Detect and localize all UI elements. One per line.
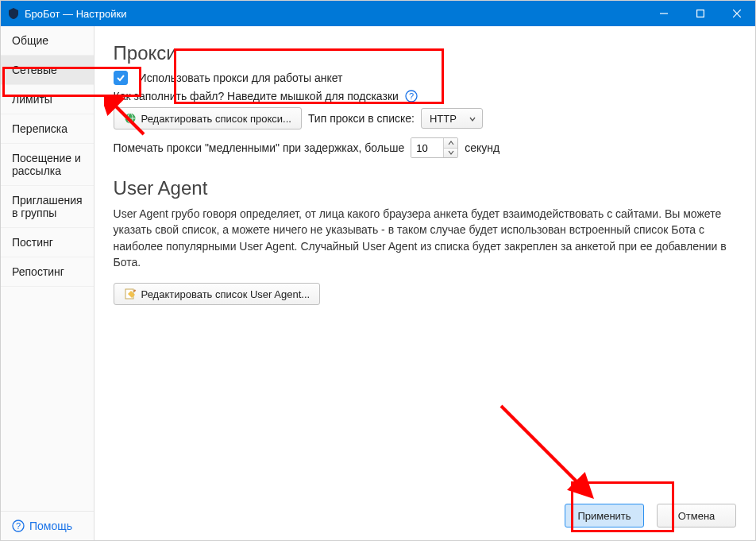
sidebar: Общие Сетевые Лимиты Переписка Посещение… xyxy=(1,26,94,540)
use-proxy-row: Использовать прокси для работы анкет xyxy=(114,71,736,85)
minimize-button[interactable] xyxy=(646,1,682,26)
slow-delay-input[interactable] xyxy=(411,138,443,157)
proxy-howto-text: Как заполнить файл? Наведите мышкой для … xyxy=(114,90,399,102)
globe-icon xyxy=(124,112,137,125)
proxy-heading: Прокси xyxy=(114,42,736,64)
help-label: Помощь xyxy=(29,520,72,532)
howto-row: Как заполнить файл? Наведите мышкой для … xyxy=(114,90,736,102)
help-link[interactable]: ? Помощь xyxy=(1,511,94,540)
edit-icon xyxy=(124,288,137,300)
edit-proxy-list-label: Редактировать список прокси... xyxy=(141,113,291,125)
slow-delay-spinner[interactable] xyxy=(411,137,458,158)
svg-rect-1 xyxy=(697,10,704,17)
proxy-type-value: HTTP xyxy=(430,113,457,125)
window-controls xyxy=(646,1,755,26)
svg-text:?: ? xyxy=(409,91,414,101)
use-proxy-label: Использовать прокси для работы анкет xyxy=(139,71,343,84)
apply-button[interactable]: Применить xyxy=(565,504,644,527)
help-icon: ? xyxy=(12,520,25,532)
sidebar-item-group-invites[interactable]: Приглашения в группы xyxy=(1,186,94,228)
useragent-description: User Agent грубо говоря определяет, от л… xyxy=(114,206,736,270)
content-pane: Прокси Использовать прокси для работы ан… xyxy=(94,26,755,540)
maximize-button[interactable] xyxy=(682,1,719,26)
sidebar-item-posting[interactable]: Постинг xyxy=(1,228,94,257)
cancel-button[interactable]: Отмена xyxy=(657,504,736,527)
sidebar-item-network[interactable]: Сетевые xyxy=(1,56,94,85)
sidebar-item-limits[interactable]: Лимиты xyxy=(1,85,94,114)
edit-proxy-list-button[interactable]: Редактировать список прокси... xyxy=(114,107,302,129)
sidebar-item-general[interactable]: Общие xyxy=(1,26,94,56)
sidebar-item-visiting[interactable]: Посещение и рассылка xyxy=(1,144,94,186)
spinner-down-icon[interactable] xyxy=(443,148,457,158)
settings-window: БроБот — Настройки Общие Сетевые Лимиты … xyxy=(0,0,756,541)
hint-icon[interactable]: ? xyxy=(405,90,418,102)
chevron-down-icon xyxy=(469,113,476,125)
sidebar-item-reposting[interactable]: Репостинг xyxy=(1,257,94,287)
dialog-footer: Применить Отмена xyxy=(114,489,736,527)
edit-useragent-list-button[interactable]: Редактировать список User Agent... xyxy=(114,283,321,305)
useragent-heading: User Agent xyxy=(114,177,736,199)
proxy-type-label: Тип прокси в списке: xyxy=(308,112,415,125)
window-title: БроБот — Настройки xyxy=(25,8,126,20)
use-proxy-checkbox[interactable] xyxy=(114,71,128,85)
slow-label-pre: Помечать прокси "медленными" при задержк… xyxy=(114,141,405,154)
close-button[interactable] xyxy=(719,1,755,26)
proxy-type-select[interactable]: HTTP xyxy=(421,108,483,129)
title-bar: БроБот — Настройки xyxy=(1,1,755,26)
svg-text:?: ? xyxy=(16,521,21,531)
spinner-up-icon[interactable] xyxy=(443,138,457,148)
app-icon xyxy=(7,7,20,20)
edit-useragent-list-label: Редактировать список User Agent... xyxy=(141,288,310,300)
sidebar-item-chat[interactable]: Переписка xyxy=(1,114,94,144)
slow-label-post: секунд xyxy=(465,141,499,154)
